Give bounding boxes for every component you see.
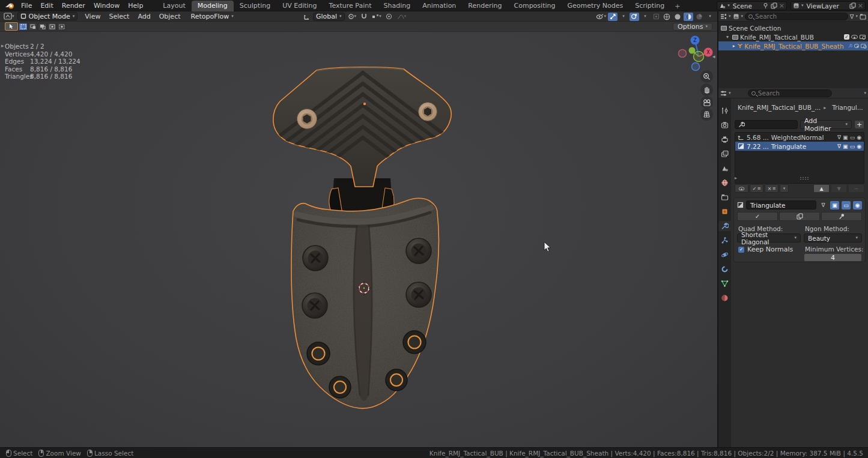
- render-camera-icon[interactable]: [860, 35, 866, 39]
- menu-file[interactable]: File: [17, 0, 36, 11]
- mode-dropdown[interactable]: Object Mode ▾: [17, 12, 78, 20]
- gizmo-dropdown[interactable]: ▾: [619, 13, 628, 21]
- menu-help[interactable]: Help: [124, 0, 147, 11]
- ngon-method-dropdown[interactable]: Beauty ▾: [804, 234, 862, 243]
- render-camera-icon[interactable]: [861, 44, 866, 48]
- shading-wireframe-button[interactable]: [662, 13, 672, 21]
- move-modifier-up-button[interactable]: ▲: [813, 184, 830, 193]
- properties-search[interactable]: [748, 89, 832, 97]
- tab-layout[interactable]: Layout: [157, 1, 191, 11]
- render-display-icon[interactable]: ◉: [857, 134, 861, 140]
- close-icon[interactable]: ×: [858, 2, 863, 10]
- select-mode-set[interactable]: [19, 23, 28, 31]
- menu-edit[interactable]: Edit: [36, 0, 57, 11]
- toggle-visibility-batch-button[interactable]: [735, 184, 748, 193]
- pin-modifier-button[interactable]: [821, 212, 862, 221]
- vertex-group-filter-icon[interactable]: ∇: [837, 134, 841, 140]
- list-resize-grip[interactable]: [800, 176, 809, 179]
- tab-animation[interactable]: Animation: [416, 1, 462, 11]
- expand-down-icon[interactable]: ▾: [724, 34, 730, 40]
- active-tool-select-box[interactable]: [5, 22, 18, 31]
- outliner-row-collection[interactable]: ▾ Knife_RMJ_Tactical_BUB ✓: [718, 32, 868, 41]
- model-knife-sheath[interactable]: [0, 11, 717, 447]
- retopoflow-menu[interactable]: RetopoFlow ▾: [188, 12, 237, 20]
- display-mode-icon[interactable]: [733, 13, 739, 20]
- blender-logo-icon[interactable]: [5, 2, 15, 10]
- editor-type-icon[interactable]: [4, 13, 12, 20]
- shading-material-button[interactable]: [684, 13, 693, 21]
- menu-object[interactable]: Object: [155, 13, 185, 20]
- proportional-editing-toggle[interactable]: [384, 13, 394, 21]
- pan-view-button[interactable]: [700, 83, 713, 96]
- pivot-point-dropdown[interactable]: ▾: [347, 13, 357, 21]
- add-modifier-dropdown[interactable]: Add Modifier ▾: [800, 120, 852, 129]
- filter-icon[interactable]: ∇: [850, 13, 854, 20]
- remove-all-button[interactable]: ×≡: [765, 184, 778, 193]
- scene-name[interactable]: Scene: [732, 2, 760, 10]
- tab-physics[interactable]: [718, 250, 731, 260]
- viewlayer-selector[interactable]: ▾ ViewLayer ×: [791, 1, 866, 10]
- tab-object-data[interactable]: [718, 279, 731, 289]
- tab-uv-editing[interactable]: UV Editing: [276, 1, 323, 11]
- tab-tool[interactable]: [718, 106, 731, 116]
- add-workspace-button[interactable]: +: [670, 1, 684, 11]
- shading-solid-button[interactable]: [673, 13, 682, 21]
- panel-expand-arrow[interactable]: ▸: [735, 175, 737, 181]
- shading-rendered-button[interactable]: [694, 13, 704, 21]
- camera-view-button[interactable]: [700, 96, 713, 109]
- hide-eye-icon[interactable]: [851, 35, 858, 39]
- modifier-search-field[interactable]: [735, 120, 798, 129]
- vertex-group-filter-toggle[interactable]: ∇: [819, 201, 828, 209]
- tab-sculpting[interactable]: Sculpting: [234, 1, 276, 11]
- tab-rendering[interactable]: Rendering: [462, 1, 508, 11]
- tab-modifiers[interactable]: [718, 221, 731, 231]
- add-modifier-plus-button[interactable]: +: [854, 120, 864, 129]
- realtime-display-icon[interactable]: ▭: [850, 143, 855, 149]
- expand-right-icon[interactable]: ▸: [732, 43, 736, 49]
- menu-select[interactable]: Select: [105, 13, 133, 20]
- scene-selector[interactable]: ▾ Scene ×: [717, 1, 787, 10]
- outliner-search-input[interactable]: [755, 13, 845, 20]
- outliner-row-sheath-selected[interactable]: ▸ Knife_RMJ_Tactical_BUB_Sheath: [718, 41, 868, 50]
- xray-toggle[interactable]: [651, 13, 661, 21]
- snap-target-dropdown[interactable]: ▾: [371, 13, 382, 21]
- tab-texture-paint[interactable]: Texture Paint: [323, 1, 378, 11]
- falloff-dropdown[interactable]: ▾: [396, 13, 407, 21]
- menu-view[interactable]: View: [80, 13, 105, 20]
- move-modifier-down-button[interactable]: ▼: [831, 184, 847, 193]
- remove-modifier-button[interactable]: −: [848, 184, 864, 193]
- new-collection-icon[interactable]: [860, 13, 866, 20]
- toolbar-expand-arrow[interactable]: ▸: [1, 43, 4, 49]
- tab-view-layer[interactable]: [718, 149, 731, 159]
- overlays-dropdown[interactable]: ▾: [640, 13, 650, 21]
- modifier-row-triangulate[interactable]: 7.22 ... Triangulate ∇ ▣ ▭ ◉: [735, 142, 864, 151]
- menu-render[interactable]: Render: [58, 0, 90, 11]
- show-overlays-toggle[interactable]: [630, 13, 639, 21]
- duplicate-modifier-button[interactable]: [779, 212, 820, 221]
- select-mode-subtract[interactable]: [38, 23, 47, 31]
- modifier-row-weightednormal[interactable]: 5.68 ... WeightedNormal ∇ ▣ ▭ ◉: [735, 133, 864, 142]
- quad-method-dropdown[interactable]: Shortest Diagonal ▾: [737, 234, 801, 243]
- collection-checkbox-icon[interactable]: ✓: [844, 34, 849, 40]
- tab-collection-props[interactable]: [718, 192, 731, 202]
- keep-normals-checkbox[interactable]: ✓: [738, 247, 744, 253]
- tab-shading[interactable]: Shading: [378, 1, 417, 11]
- new-viewlayer-icon[interactable]: [849, 2, 856, 9]
- realtime-display-toggle[interactable]: ▭: [842, 201, 851, 209]
- properties-editor-icon[interactable]: [720, 90, 727, 97]
- pin-icon[interactable]: [762, 2, 769, 9]
- render-display-toggle[interactable]: ◉: [853, 201, 862, 209]
- editmode-display-toggle[interactable]: ▣: [830, 201, 839, 209]
- tab-particles[interactable]: [718, 235, 731, 246]
- apply-modifier-button[interactable]: ✓: [737, 212, 778, 221]
- tab-output[interactable]: [718, 134, 731, 145]
- viewport-3d[interactable]: ▾ Object Mode ▾ View Select Add Object R…: [0, 11, 717, 447]
- outliner-search[interactable]: [745, 13, 848, 20]
- tab-constraints[interactable]: [718, 264, 731, 274]
- editmode-display-icon[interactable]: ▣: [843, 143, 848, 149]
- tab-object[interactable]: [718, 206, 731, 217]
- select-mode-intersect[interactable]: [57, 23, 66, 31]
- visibility-dropdown[interactable]: ▾: [595, 13, 607, 21]
- tab-scene[interactable]: [718, 163, 731, 173]
- tab-compositing[interactable]: Compositing: [508, 1, 562, 11]
